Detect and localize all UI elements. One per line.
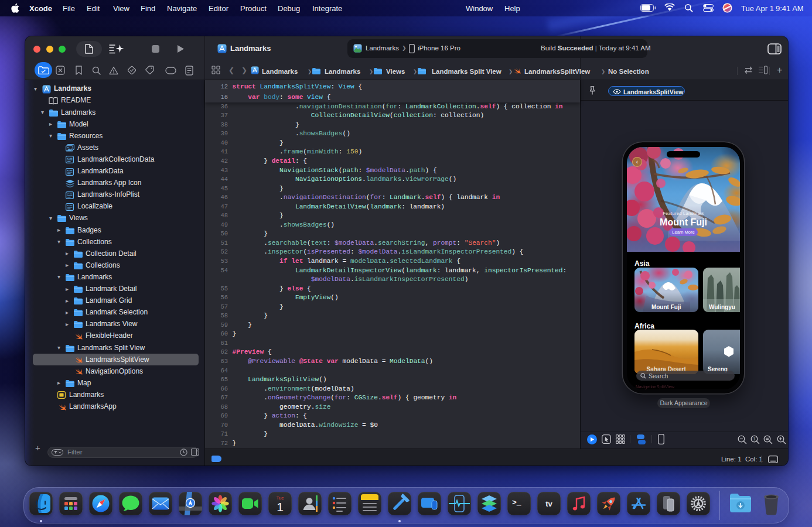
svg-text:1: 1: [277, 500, 284, 514]
svg-text:1: 1: [753, 437, 756, 441]
svg-text:tv: tv: [545, 499, 552, 508]
svg-text:>_: >_: [512, 498, 521, 507]
